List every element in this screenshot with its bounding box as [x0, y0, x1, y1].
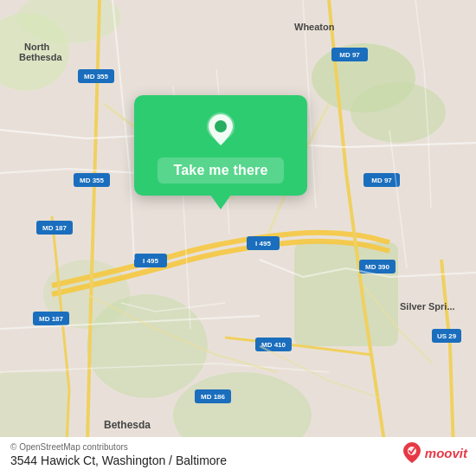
svg-text:MD 187: MD 187	[42, 224, 68, 232]
svg-text:Bethesda: Bethesda	[19, 52, 62, 62]
svg-text:MD 355: MD 355	[80, 177, 105, 184]
svg-text:I 495: I 495	[255, 240, 271, 248]
moovit-brand-text: moovit	[425, 446, 467, 460]
svg-text:MD 97: MD 97	[371, 177, 392, 184]
osm-credit-text: © OpenStreetMap contributors	[10, 442, 128, 452]
svg-text:Silver Spri...: Silver Spri...	[400, 301, 455, 312]
svg-text:MD 97: MD 97	[339, 51, 360, 59]
svg-rect-3	[294, 242, 398, 346]
location-pin-icon	[202, 111, 240, 149]
osm-credit: © OpenStreetMap contributors	[10, 442, 466, 452]
popup-card: Take me there	[134, 95, 307, 196]
map-container: I 495 I 495 MD 355 MD 355 MD 97 MD 97 MD…	[0, 0, 476, 476]
svg-text:MD 355: MD 355	[84, 73, 109, 80]
take-me-there-button[interactable]: Take me there	[158, 158, 283, 183]
svg-text:North: North	[24, 42, 50, 52]
svg-text:Wheaton: Wheaton	[294, 22, 335, 32]
svg-text:MD 410: MD 410	[261, 341, 286, 349]
address-line: 3544 Hawick Ct, Washington / Baltimore	[10, 453, 466, 467]
moovit-logo: moovit	[402, 441, 467, 464]
svg-text:MD 390: MD 390	[365, 263, 390, 271]
svg-point-40	[215, 120, 227, 132]
map-background: I 495 I 495 MD 355 MD 355 MD 97 MD 97 MD…	[0, 0, 476, 476]
svg-point-2	[351, 82, 446, 143]
svg-text:I 495: I 495	[143, 257, 158, 265]
moovit-pin-icon	[402, 441, 421, 464]
svg-text:US 29: US 29	[437, 332, 457, 340]
svg-text:MD 187: MD 187	[39, 315, 64, 323]
svg-text:MD 186: MD 186	[201, 393, 226, 401]
svg-text:Bethesda: Bethesda	[104, 419, 151, 431]
